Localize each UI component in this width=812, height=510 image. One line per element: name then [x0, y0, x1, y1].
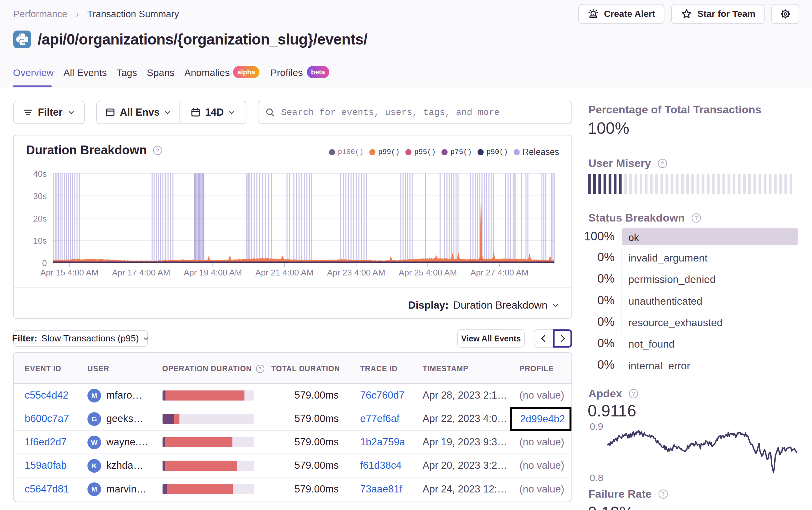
svg-text:?: ? [632, 390, 635, 396]
svg-text:Apr 15 4:00 AM: Apr 15 4:00 AM [40, 268, 98, 277]
svg-text:40s: 40s [33, 169, 47, 179]
svg-text:Apr 23 4:00 AM: Apr 23 4:00 AM [327, 268, 385, 277]
svg-text:?: ? [662, 491, 665, 497]
svg-text:30s: 30s [33, 191, 47, 201]
svg-text:?: ? [258, 366, 262, 371]
svg-text:?: ? [661, 160, 664, 166]
svg-text:?: ? [695, 215, 698, 220]
svg-text:Apr 27 4:00 AM: Apr 27 4:00 AM [470, 268, 528, 277]
svg-text:Apr 19 4:00 AM: Apr 19 4:00 AM [184, 268, 242, 277]
svg-text:0: 0 [42, 258, 47, 268]
svg-text:Apr 17 4:00 AM: Apr 17 4:00 AM [112, 268, 170, 277]
svg-text:Apr 21 4:00 AM: Apr 21 4:00 AM [255, 268, 313, 277]
svg-text:Apr 25 4:00 AM: Apr 25 4:00 AM [399, 268, 457, 277]
svg-text:10s: 10s [33, 236, 47, 246]
svg-text:20s: 20s [33, 214, 47, 223]
